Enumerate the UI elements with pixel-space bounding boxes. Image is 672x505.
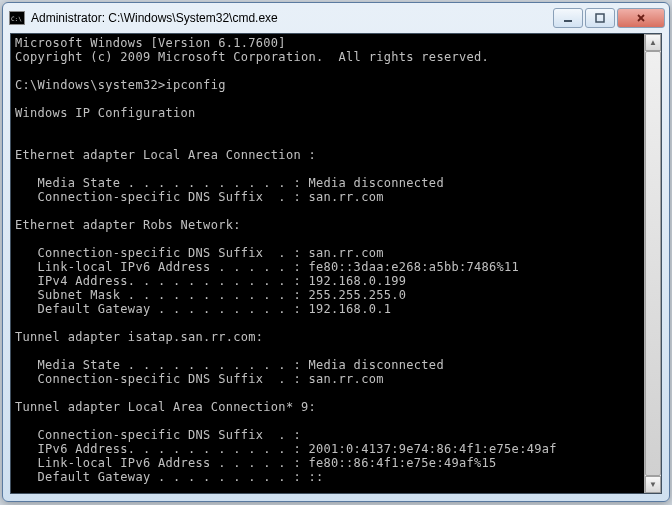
cmd-icon (9, 11, 25, 25)
scroll-thumb[interactable] (645, 51, 661, 476)
minimize-button[interactable] (553, 8, 583, 28)
cmd-window: Administrator: C:\Windows\System32\cmd.e… (2, 2, 670, 502)
console-client-area[interactable]: Microsoft Windows [Version 6.1.7600] Cop… (10, 33, 662, 494)
maximize-icon (594, 12, 606, 24)
titlebar[interactable]: Administrator: C:\Windows\System32\cmd.e… (3, 3, 669, 33)
close-button[interactable] (617, 8, 665, 28)
window-title: Administrator: C:\Windows\System32\cmd.e… (31, 11, 553, 25)
window-buttons (553, 8, 665, 28)
scroll-track[interactable] (645, 51, 661, 476)
close-icon (635, 12, 647, 24)
maximize-button[interactable] (585, 8, 615, 28)
console-output: Microsoft Windows [Version 6.1.7600] Cop… (11, 34, 661, 494)
scroll-down-button[interactable]: ▼ (645, 476, 661, 493)
scroll-up-button[interactable]: ▲ (645, 34, 661, 51)
minimize-icon (562, 12, 574, 24)
svg-rect-1 (596, 14, 604, 22)
vertical-scrollbar[interactable]: ▲ ▼ (644, 34, 661, 493)
